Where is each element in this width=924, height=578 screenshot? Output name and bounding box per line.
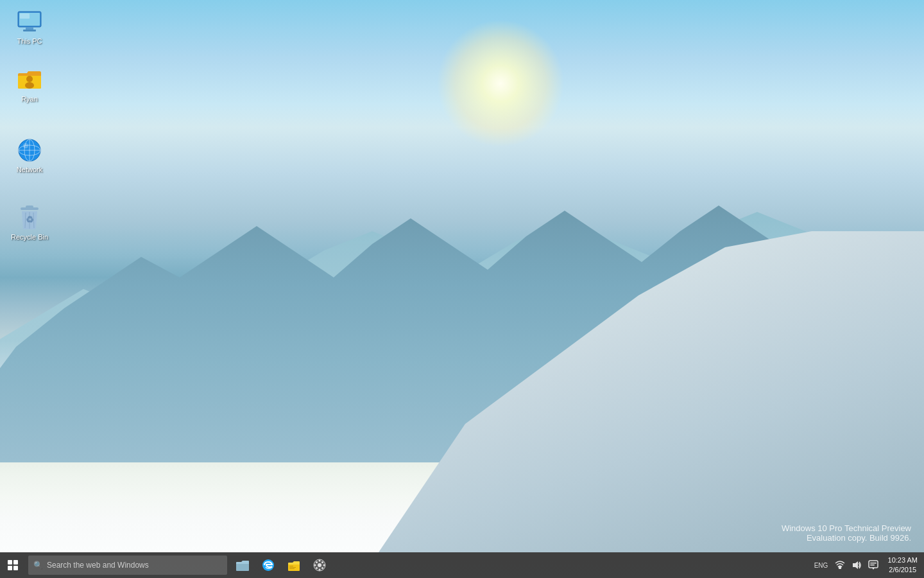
svg-rect-14 [26, 206, 33, 208]
svg-point-12 [23, 143, 28, 148]
tray-action-center-icon[interactable] [865, 552, 882, 578]
sun-glow [436, 19, 565, 148]
taskbar-app-settings[interactable] [307, 552, 332, 578]
svg-point-26 [318, 563, 321, 567]
svg-point-33 [316, 567, 318, 569]
ryan-label: Ryan [21, 95, 38, 103]
this-pc-label: This PC [17, 37, 42, 46]
desktop-icon-this-pc[interactable]: This PC [6, 6, 53, 48]
svg-point-5 [26, 76, 33, 82]
system-tray: ENG [811, 552, 924, 578]
svg-rect-39 [870, 565, 875, 566]
start-button[interactable] [0, 552, 26, 578]
clock-date: 2/6/2015 [889, 565, 916, 575]
this-pc-icon [17, 9, 42, 35]
svg-point-32 [321, 567, 323, 569]
recycle-bin-label: Recycle Bin [11, 233, 48, 241]
taskbar-app-file-explorer[interactable] [281, 552, 307, 578]
taskbar-app-edge[interactable] [255, 552, 281, 578]
taskbar-app-file-manager[interactable] [230, 552, 255, 578]
svg-point-27 [319, 560, 321, 562]
svg-rect-3 [23, 30, 36, 31]
network-icon [17, 137, 42, 163]
system-clock[interactable]: 10:23 AM 2/6/2015 [882, 552, 924, 578]
svg-point-30 [323, 565, 325, 566]
svg-point-28 [319, 569, 321, 571]
svg-rect-38 [870, 563, 877, 564]
svg-point-6 [25, 82, 34, 89]
taskbar-apps [230, 552, 332, 578]
clock-time: 10:23 AM [888, 556, 918, 565]
network-label: Network [17, 166, 42, 174]
svg-rect-23 [289, 567, 296, 568]
taskbar: 🔍 Search the web and Windows [0, 552, 924, 578]
tray-volume-icon[interactable] [848, 552, 865, 578]
svg-point-31 [316, 561, 318, 563]
svg-point-29 [314, 565, 316, 566]
search-bar[interactable]: 🔍 Search the web and Windows [28, 556, 227, 575]
ryan-icon [17, 67, 42, 92]
tray-network-icon[interactable] [832, 552, 848, 578]
desktop-icon-network[interactable]: Network [6, 135, 53, 177]
tray-language-icon[interactable]: ENG [811, 552, 832, 578]
search-icon: 🔍 [33, 561, 43, 570]
svg-marker-36 [853, 561, 858, 569]
recycle-bin-icon: ♻ [17, 205, 42, 231]
svg-rect-37 [869, 561, 878, 568]
desktop: Windows 10 Pro Technical Preview Evaluat… [0, 0, 924, 578]
desktop-icon-recycle-bin[interactable]: ♻ Recycle Bin [6, 202, 53, 244]
windows-logo-icon [8, 560, 18, 570]
svg-point-34 [321, 561, 323, 563]
desktop-icon-ryan[interactable]: Ryan [6, 64, 53, 106]
svg-rect-22 [289, 566, 293, 566]
svg-rect-24 [289, 568, 295, 569]
svg-rect-35 [839, 566, 841, 569]
svg-rect-2 [26, 27, 33, 30]
search-text: Search the web and Windows [47, 561, 149, 570]
svg-rect-4 [20, 13, 30, 19]
